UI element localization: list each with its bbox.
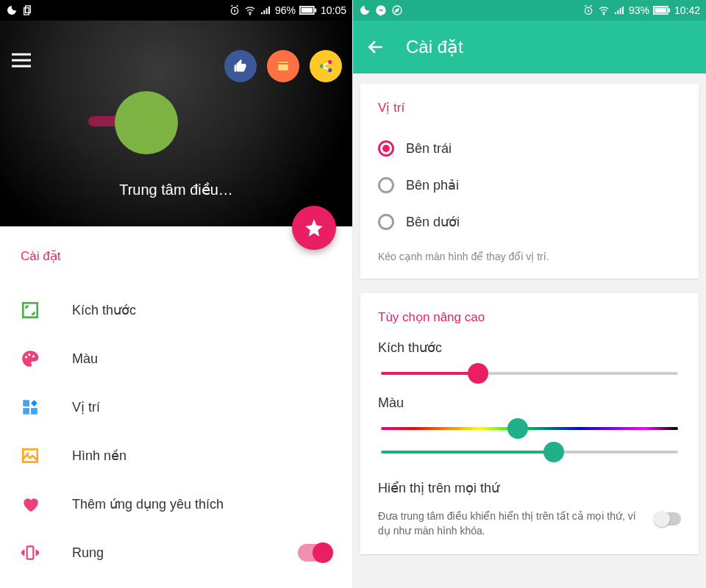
svg-rect-1 [24,8,29,15]
vibrate-icon [21,543,50,562]
row-label: Vị trí [72,399,332,415]
row-vibrate[interactable]: Rung [21,528,332,577]
svg-point-14 [32,355,35,357]
tiles-icon [21,398,50,417]
messenger-icon [375,4,387,16]
signal-icon [260,4,271,16]
battery-icon [299,4,317,16]
svg-rect-5 [302,8,313,13]
row-size[interactable]: Kích thước [21,286,332,334]
appbar-title: Cài đặt [406,37,463,57]
row-label: Rung [72,545,298,561]
svg-rect-0 [26,6,31,12]
radio-label: Bên phải [406,177,459,193]
overlay-toggle[interactable] [655,512,681,526]
section-title: Cài đặt [21,248,332,264]
svg-rect-25 [655,8,666,13]
settings-list: Cài đặt Kích thước Màu Vị trí Hình nền T… [0,226,352,588]
position-hint: Kéo cạnh màn hình để thay đổi vị trí. [378,251,681,262]
svg-rect-26 [668,8,671,12]
shade-slider[interactable] [378,440,681,464]
radio-right[interactable]: Bên phải [378,167,681,204]
heart-icon [21,495,50,514]
svg-rect-17 [23,408,29,415]
card-title: Vị trí [378,100,681,115]
clock-text: 10:05 [321,4,346,16]
header-preview: Trung tâm điều… [0,21,352,226]
alarm-icon [229,4,240,16]
row-favorites[interactable]: Thêm ứng dụng yêu thích [21,480,332,528]
radio-label: Bên dưới [406,214,460,230]
svg-point-12 [25,356,27,358]
advanced-card: Tùy chọn nâng cao Kích thước Màu [360,293,699,554]
notes-button[interactable] [267,50,299,82]
radio-bottom[interactable]: Bên dưới [378,204,681,240]
row-label: Thêm ứng dụng yêu thích [72,496,332,512]
svg-rect-6 [315,8,317,12]
slider-track [381,372,678,375]
share-button[interactable] [310,50,342,82]
compass-icon [391,4,403,16]
row-label: Hình nền [72,448,332,464]
row-color[interactable]: Màu [21,334,332,383]
svg-rect-16 [31,408,38,415]
row-position[interactable]: Vị trí [21,383,332,431]
radio-icon [378,177,394,193]
battery-percent: 96% [275,4,296,16]
image-icon [21,446,50,465]
svg-point-13 [28,354,30,356]
svg-point-19 [26,452,29,454]
size-label: Kích thước [378,340,681,356]
moon-icon [6,4,18,16]
screenshot-left: 96% 10:05 Trung tâm điều… Cài đặt [0,0,353,588]
battery-icon [653,4,671,16]
slider-thumb[interactable] [543,442,564,462]
overlay-description: Đưa trung tâm điều khiển hiển thị trên t… [378,509,644,538]
row-wallpaper[interactable]: Hình nền [21,431,332,480]
preview-caption: Trung tâm điều… [0,181,352,198]
hue-slider[interactable] [378,417,681,440]
svg-rect-11 [23,303,38,318]
status-bar: 93% 10:42 [353,0,706,21]
radio-left[interactable]: Bên trái [378,130,681,167]
wifi-icon [598,4,610,16]
overlay-title: Hiển thị trên mọi thứ [378,480,681,496]
copy-icon [22,4,34,16]
preview-handle [115,91,178,154]
svg-point-23 [603,14,604,15]
screenshot-right: 93% 10:42 Cài đặt Vị trí Bên trái Bên ph… [353,0,706,588]
card-title: Tùy chọn nâng cao [378,309,681,325]
slider-track [381,451,678,453]
signal-icon [613,4,625,16]
like-button[interactable] [224,50,257,82]
radio-label: Bên trái [406,141,452,157]
row-label: Màu [72,351,332,367]
svg-point-3 [249,14,250,15]
radio-icon [378,140,394,157]
size-slider[interactable] [378,362,681,385]
status-bar: 96% 10:05 [0,0,352,21]
clock-text: 10:42 [674,4,700,16]
hamburger-menu[interactable] [10,51,32,69]
svg-rect-15 [23,400,29,406]
favorite-fab[interactable] [292,206,336,250]
slider-thumb[interactable] [468,363,488,384]
palette-icon [21,349,50,368]
app-bar: Cài đặt [353,21,706,74]
wifi-icon [244,4,256,16]
slider-track [381,427,678,430]
slider-thumb[interactable] [507,418,528,439]
vibrate-toggle[interactable] [298,544,332,562]
radio-icon [378,214,394,230]
settings-content: Vị trí Bên trái Bên phải Bên dưới Kéo cạ… [353,74,706,588]
battery-percent: 93% [629,4,649,16]
color-label: Màu [378,395,681,411]
row-label: Kích thước [72,302,332,318]
position-card: Vị trí Bên trái Bên phải Bên dưới Kéo cạ… [360,84,699,279]
svg-rect-20 [27,546,34,559]
back-button[interactable] [366,37,385,57]
size-icon [21,301,50,320]
alarm-icon [582,4,594,16]
moon-icon [359,4,371,16]
